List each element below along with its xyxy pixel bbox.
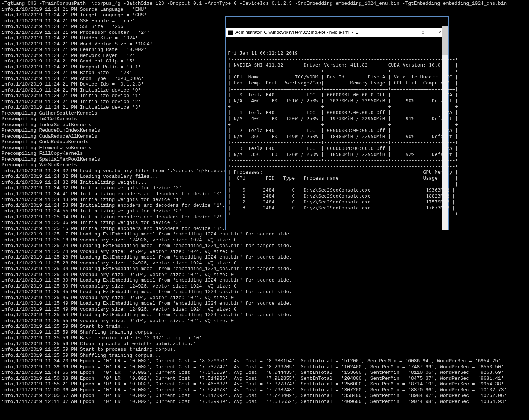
terminal-line: info,1/10/2019 11:25:24 PM vocabulary si… — [1, 249, 507, 255]
terminal-line: info,1/10/2019 11:25:39 PM vocabulary si… — [1, 283, 507, 289]
smi-line: |=======================================… — [228, 181, 446, 187]
terminal-line: info,1/10/2019 11:50:08 PM Epoch = '0' L… — [1, 376, 507, 382]
terminal-line: info,1/10/2019 11:25:59 PM Start to trai… — [1, 324, 507, 330]
terminal-line: info,1/10/2019 11:44:55 PM Epoch = '0' L… — [1, 370, 507, 376]
minimize-button[interactable]: — — [398, 28, 415, 37]
smi-line: | Fan Temp Perf Pwr:Usage/Cap| Memory-Us… — [228, 80, 446, 86]
terminal-line: info,1/10/2019 11:25:45 PM vocabulary si… — [1, 295, 507, 301]
terminal-line: info,1/10/2019 11:25:55 PM vocabulary si… — [1, 318, 507, 324]
scrollbar-thumb[interactable] — [442, 26, 448, 55]
terminal-line: info,1/10/2019 11:25:59 PM Cleaning cach… — [1, 341, 507, 347]
smi-line: | GPU Name TCC/WDDM | Bus-Id Disp.A | Vo… — [228, 74, 446, 80]
smi-line: +-------------------------------+-------… — [228, 122, 446, 128]
smi-line: +-------------------------------+-------… — [228, 104, 446, 110]
cmd-icon: C:\ — [228, 30, 233, 35]
terminal-line: info,1/10/2019 11:25:59 PM Shuffling tra… — [1, 330, 507, 336]
terminal-line: info,1/10/2019 11:25:28 PM Loading ExtEm… — [1, 254, 507, 260]
nvidia-smi-window[interactable]: C:\ Administrator: C:\windows\system32\c… — [225, 16, 449, 230]
smi-line: | 0 Tesla P40 TCC | 00000001:00:00.0 Off… — [228, 92, 446, 98]
smi-line: +---------------------------------------… — [228, 211, 446, 217]
terminal-line: info,1/10/2019 11:25:54 PM Loading ExtEm… — [1, 312, 507, 318]
smi-line: +---------------------------------------… — [228, 163, 446, 169]
smi-line: | GPU PID Type Process name Usage | — [228, 175, 446, 181]
window-title: Administrator: C:\windows\system32\cmd.e… — [235, 30, 358, 36]
terminal-line: info,1/10/2019 11:25:17 PM Loading ExtEm… — [1, 231, 507, 237]
terminal-line: info,1/10/2019 11:25:45 PM Loading ExtEm… — [1, 289, 507, 295]
terminal-line: -TgtLang CHS -TrainCorpusPath .\corpus_4… — [1, 1, 507, 7]
smi-line: |-------------------------------+-------… — [228, 68, 446, 74]
terminal-line: info,1/11/2019 12:11:07 AM Epoch = '0' L… — [1, 399, 507, 405]
terminal-line: info,1/10/2019 11:25:18 PM vocabulary si… — [1, 237, 507, 243]
smi-line: Fri Jan 11 00:12:12 2019 — [228, 50, 446, 56]
terminal-line: info,1/10/2019 11:25:24 PM Loading ExtEm… — [1, 243, 507, 249]
smi-line: +-------------------------------+-------… — [228, 157, 446, 163]
smi-line: +-------------------------------+-------… — [228, 140, 446, 145]
terminal-line: info,1/10/2019 11:25:49 PM vocabulary si… — [1, 307, 507, 312]
terminal-line: info,1/10/2019 11:25:49 PM Loading ExtEm… — [1, 301, 507, 307]
nvidia-smi-output[interactable]: Fri Jan 11 00:12:12 2019+---------------… — [226, 49, 448, 218]
terminal-line: info,1/10/2019 11:25:34 PM Loading ExtEm… — [1, 266, 507, 272]
scrollbar[interactable] — [442, 26, 448, 230]
terminal-line: info,1/10/2019 11:25:59 PM Start to proc… — [1, 347, 507, 353]
smi-line: | Processes: GPU Memory | — [228, 169, 446, 175]
terminal-line: info,1/11/2019 12:00:36 AM Epoch = '0' L… — [1, 387, 507, 393]
smi-line: | N/A 40C P0 151W / 250W | 20270MiB / 22… — [228, 98, 446, 104]
smi-line: |===============================+=======… — [228, 86, 446, 92]
terminal-line: info,1/10/2019 11:34:23 PM Epoch = '0' L… — [1, 358, 507, 364]
maximize-button[interactable]: □ — [415, 28, 431, 37]
smi-line: | N/A 35C P0 126W / 250W | 18580MiB / 22… — [228, 151, 446, 157]
smi-line: | N/A 36C P0 149W / 250W | 18486MiB / 22… — [228, 134, 446, 140]
smi-line: | 3 Tesla P40 TCC | 00000004:00:00.0 Off… — [228, 145, 446, 151]
terminal-line: info,1/10/2019 11:25:59 PM Base learning… — [1, 335, 507, 341]
terminal-line: info,1/10/2019 11:55:21 PM Epoch = '0' L… — [1, 381, 507, 387]
smi-line: | 1 Tesla P40 TCC | 00000002:00:00.0 Off… — [228, 110, 446, 116]
terminal-line: info,1/10/2019 11:39:39 PM Epoch = '0' L… — [1, 364, 507, 370]
smi-line: | 0 2484 C D:\z\Seq2SeqConsole.exe 19363… — [228, 187, 446, 193]
smi-line: | 3 2484 C D:\z\Seq2SeqConsole.exe 17673… — [228, 205, 446, 211]
terminal-line: info,1/10/2019 11:24:21 PM Source Langua… — [1, 7, 507, 13]
smi-line: | NVIDIA-SMI 411.82 Driver Version: 411.… — [228, 62, 446, 68]
smi-line: | 2 Tesla P40 TCC | 00000003:00:00.0 Off… — [228, 128, 446, 134]
window-titlebar[interactable]: C:\ Administrator: C:\windows\system32\c… — [226, 28, 448, 37]
smi-line: +---------------------------------------… — [228, 56, 446, 62]
terminal-line: info,1/10/2019 11:25:34 PM vocabulary si… — [1, 272, 507, 278]
terminal-line: info,1/10/2019 11:25:39 PM Loading ExtEm… — [1, 278, 507, 283]
smi-line: | N/A 40C P0 130W / 250W | 19730MiB / 22… — [228, 116, 446, 122]
smi-line: | 2 2484 C D:\z\Seq2SeqConsole.exe 17579… — [228, 199, 446, 205]
terminal-line: info,1/10/2019 11:25:59 PM Shuffling tra… — [1, 353, 507, 359]
terminal-line: info,1/10/2019 11:25:28 PM vocabulary si… — [1, 260, 507, 266]
terminal-line: info,1/11/2019 12:05:52 AM Epoch = '0' L… — [1, 393, 507, 399]
smi-line: | 1 2484 C D:\z\Seq2SeqConsole.exe 18823… — [228, 193, 446, 199]
